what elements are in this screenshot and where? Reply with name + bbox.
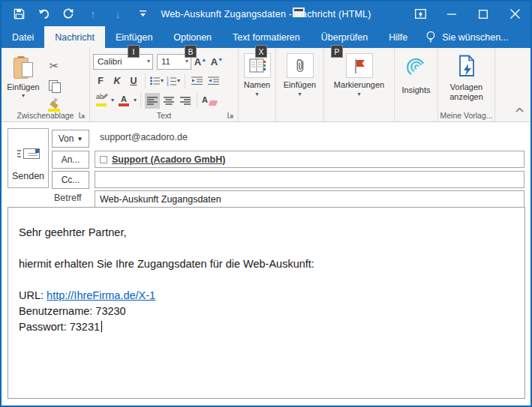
to-button[interactable]: An... bbox=[52, 151, 89, 169]
italic-button[interactable]: K bbox=[110, 73, 125, 89]
outlook-compose-window: ↑ ↓ Web-Auskunft Zugangsdaten - Nachrich… bbox=[0, 0, 532, 407]
body-username-line: Benutzername: 73230 bbox=[19, 304, 514, 319]
subject-field[interactable]: Web-Auskunft Zugangsdaten bbox=[95, 190, 524, 208]
bullets-button[interactable]: ▾ bbox=[149, 73, 164, 89]
tell-me-label: Sie wünschen... bbox=[442, 32, 508, 43]
paste-dropdown-caret-icon: ▾ bbox=[22, 94, 25, 98]
attach-label: Einfügen bbox=[284, 80, 316, 90]
to-field[interactable]: Support (Acadoro GmbH) bbox=[95, 151, 524, 168]
maximize-button[interactable] bbox=[467, 1, 499, 26]
tell-me-search[interactable]: Sie wünschen... bbox=[418, 26, 515, 48]
close-button[interactable] bbox=[499, 1, 530, 26]
paste-label: Einfügen bbox=[7, 82, 39, 91]
undo-icon[interactable] bbox=[37, 7, 50, 21]
decrease-indent-icon bbox=[191, 76, 203, 85]
align-center-button[interactable] bbox=[161, 93, 176, 109]
group-markierungen: Markierungen ▾ bbox=[324, 48, 395, 121]
move-down-icon: ↓ bbox=[111, 7, 125, 21]
from-value: support@acadoro.de bbox=[100, 132, 188, 142]
tab-ueberpruefen[interactable]: Überprüfen bbox=[311, 26, 379, 48]
from-button[interactable]: Von ▼ bbox=[52, 130, 89, 148]
title-overlay-icon bbox=[293, 7, 305, 17]
lightbulb-icon bbox=[425, 31, 436, 43]
numbering-button[interactable]: 123 ▾ bbox=[166, 73, 181, 89]
copy-icon bbox=[49, 80, 59, 91]
highlight-button[interactable] bbox=[93, 93, 110, 109]
quick-access-toolbar: ↑ ↓ bbox=[12, 1, 149, 26]
group-text: Calibri ▾ 11 ▾ A▲ A▼ F K U ▾ bbox=[90, 48, 239, 121]
namen-label: Namen bbox=[244, 80, 270, 90]
save-icon[interactable] bbox=[12, 7, 26, 21]
attach-file-button[interactable]: Einfügen ▾ bbox=[276, 52, 323, 121]
insights-label: Insights bbox=[402, 85, 431, 95]
group-einfuegen: Einfügen ▾ bbox=[276, 48, 324, 121]
cc-button[interactable]: Cc... bbox=[52, 171, 89, 189]
clear-formatting-icon: A bbox=[202, 95, 215, 106]
keytip-p: P bbox=[331, 45, 343, 58]
decrease-indent-button[interactable] bbox=[189, 73, 204, 89]
redo-icon[interactable] bbox=[62, 7, 75, 21]
font-color-icon: A bbox=[121, 95, 127, 103]
group-zwischenablage: Einfügen ▾ ✂ Zwischenablage bbox=[2, 48, 90, 121]
highlight-caret-icon: ▾ bbox=[111, 98, 114, 103]
send-button[interactable]: Senden bbox=[8, 128, 49, 188]
highlight-icon bbox=[96, 95, 107, 103]
clear-formatting-button[interactable]: A bbox=[201, 93, 216, 109]
text-cursor bbox=[101, 321, 102, 332]
zwischenablage-dialog-launcher-icon[interactable] bbox=[79, 112, 86, 119]
group-label-meine-vorlagen: Meine Vorlag... bbox=[438, 111, 494, 120]
keytip-i: I bbox=[128, 45, 140, 58]
cc-button-label: Cc... bbox=[62, 175, 80, 185]
font-size-value: 11 bbox=[161, 57, 170, 66]
flag-icon bbox=[346, 53, 373, 78]
ribbon-tail bbox=[495, 48, 530, 121]
send-label: Senden bbox=[12, 171, 44, 181]
underline-button[interactable]: U bbox=[126, 73, 141, 89]
ribbon: Einfügen ▾ ✂ Zwischenablage Calibri ▾ bbox=[2, 48, 530, 122]
text-dialog-launcher-icon[interactable] bbox=[227, 112, 235, 119]
shrink-font-icon: A▼ bbox=[211, 56, 223, 67]
from-button-label: Von bbox=[59, 133, 74, 144]
align-center-icon bbox=[164, 97, 174, 105]
minimize-button[interactable] bbox=[436, 1, 467, 26]
message-body[interactable]: Sehr geehrter Partner, hiermit erhalten … bbox=[8, 207, 525, 399]
cc-field[interactable] bbox=[95, 171, 524, 188]
numbering-caret-icon: ▾ bbox=[177, 79, 180, 83]
cut-button[interactable]: ✂ bbox=[45, 58, 63, 74]
namen-button[interactable]: Namen ▾ bbox=[239, 52, 275, 121]
svg-text:3: 3 bbox=[167, 83, 169, 87]
password-text: Passwort: 73231 bbox=[19, 321, 100, 333]
markierungen-caret-icon: ▾ bbox=[357, 92, 360, 97]
vorlagen-label: Vorlagen anzeigen bbox=[443, 82, 490, 102]
font-name-value: Calibri bbox=[98, 57, 122, 66]
customize-qat-icon[interactable] bbox=[136, 7, 149, 21]
tab-hilfe[interactable]: Hilfe bbox=[378, 26, 418, 48]
bullets-icon bbox=[150, 76, 161, 85]
align-right-button[interactable] bbox=[178, 93, 193, 109]
recipient-chip[interactable]: Support (Acadoro GmbH) bbox=[100, 154, 225, 165]
markierungen-button[interactable]: Markierungen ▾ bbox=[324, 52, 394, 121]
format-painter-icon bbox=[48, 98, 60, 112]
body-greeting: Sehr geehrter Partner, bbox=[19, 225, 514, 241]
move-up-icon: ↑ bbox=[86, 7, 100, 21]
tab-datei[interactable]: Datei bbox=[2, 26, 44, 48]
align-left-button[interactable] bbox=[145, 93, 160, 109]
ribbon-display-options-icon[interactable] bbox=[404, 1, 436, 26]
collapse-ribbon-icon[interactable] bbox=[515, 102, 524, 115]
bold-button[interactable]: F bbox=[93, 73, 108, 89]
shrink-font-button[interactable]: A▼ bbox=[209, 54, 224, 70]
font-name-caret-icon: ▾ bbox=[147, 59, 150, 64]
web-auskunft-link[interactable]: http://IhreFirma.de/X-1 bbox=[47, 289, 155, 301]
font-name-combo[interactable]: Calibri ▾ bbox=[93, 54, 153, 70]
insights-button[interactable]: Insights bbox=[395, 52, 437, 121]
copy-button[interactable] bbox=[45, 77, 63, 94]
group-label-text: Text bbox=[90, 111, 238, 120]
font-color-button[interactable]: A bbox=[116, 93, 132, 109]
increase-indent-button[interactable] bbox=[206, 73, 221, 89]
group-namen: Namen ▾ bbox=[239, 48, 276, 121]
window-controls bbox=[404, 1, 530, 26]
template-lightning-icon bbox=[457, 55, 476, 80]
tab-nachricht[interactable]: Nachricht bbox=[44, 26, 105, 48]
send-envelope-icon bbox=[17, 147, 40, 160]
keytip-x: X bbox=[255, 45, 267, 58]
